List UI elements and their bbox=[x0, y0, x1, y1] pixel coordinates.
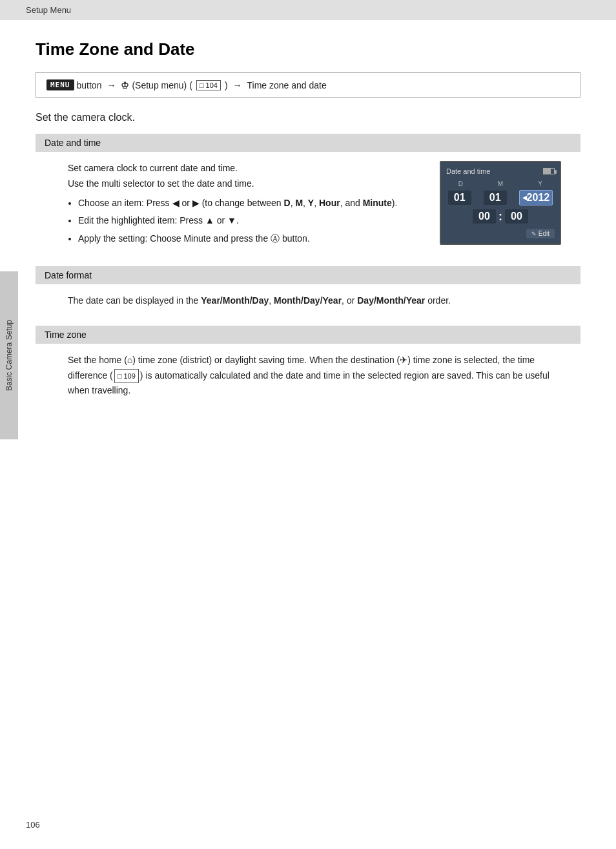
sidebar-label: Basic Camera Setup bbox=[5, 320, 14, 391]
date-format-body: The date can be displayed in the Year/Mo… bbox=[36, 284, 580, 320]
cmd-text2: (Setup menu) ( bbox=[132, 80, 192, 90]
dt-bullets: Choose an item: Press ◀ or ▶ (to change … bbox=[78, 196, 424, 247]
lcd-edit-label: Edit bbox=[539, 230, 549, 237]
dt-bullet2: Edit the highlighted item: Press ▲ or ▼. bbox=[78, 213, 424, 229]
lcd-y-arrow-left: ◀ bbox=[522, 194, 527, 201]
section-header-date-format: Date format bbox=[36, 266, 580, 284]
cmd-ref: □ 104 bbox=[196, 80, 221, 90]
command-box: MENU button → ♔ (Setup menu) ( □ 104 ) →… bbox=[36, 72, 580, 98]
cmd-setup-icon: ♔ bbox=[121, 80, 129, 90]
time-zone-text: Set the home (⌂) time zone (district) or… bbox=[68, 353, 561, 399]
section-header-label: Date format bbox=[45, 270, 92, 280]
lcd-battery bbox=[543, 168, 555, 174]
lcd-battery-fill bbox=[544, 169, 551, 174]
lcd-min-val: 00 bbox=[505, 209, 528, 224]
lcd-y-number: 2012 bbox=[527, 192, 550, 204]
section-header-label: Date and time bbox=[45, 138, 101, 148]
section-header-label: Time zone bbox=[45, 330, 87, 340]
lcd-y-val: ◀ 2012 bbox=[519, 190, 553, 205]
dt-bullet3: Apply the setting: Choose Minute and pre… bbox=[78, 231, 424, 247]
lcd-edit-icon: ✎ bbox=[531, 231, 537, 237]
cmd-arrow2: → bbox=[233, 80, 242, 90]
lcd-col-headers: D M Y bbox=[446, 180, 555, 187]
lcd-screen: Date and time D M Y 01 01 ◀ 2012 bbox=[440, 161, 561, 245]
lcd-edit-button[interactable]: ✎ Edit bbox=[526, 229, 555, 238]
lcd-title: Date and time bbox=[446, 167, 490, 175]
lcd-d-label: D bbox=[449, 180, 472, 187]
menu-key: MENU bbox=[46, 79, 74, 90]
date-time-section: Set camera clock to current date and tim… bbox=[36, 152, 580, 261]
lcd-hour-val: 00 bbox=[473, 209, 496, 224]
lcd-m-val: 01 bbox=[484, 191, 507, 205]
lcd-m-label: M bbox=[489, 180, 512, 187]
lcd-d-val: 01 bbox=[448, 191, 471, 205]
page-title: Time Zone and Date bbox=[36, 39, 580, 59]
section-header-time-zone: Time zone bbox=[36, 326, 580, 344]
cmd-text4: Time zone and date bbox=[247, 80, 327, 90]
lcd-date-vals: 01 01 ◀ 2012 bbox=[446, 190, 555, 205]
sidebar-tab: Basic Camera Setup bbox=[0, 271, 18, 439]
time-zone-body: Set the home (⌂) time zone (district) or… bbox=[36, 344, 580, 410]
top-bar: Setup Menu bbox=[0, 0, 616, 20]
dt-line2: Use the multi selector to set the date a… bbox=[68, 176, 424, 192]
dt-line1: Set camera clock to current date and tim… bbox=[68, 161, 424, 176]
cmd-arrow1: → bbox=[107, 80, 116, 90]
main-content: Time Zone and Date MENU button → ♔ (Setu… bbox=[0, 20, 616, 441]
page-subtitle: Set the camera clock. bbox=[36, 112, 580, 123]
date-time-text: Set camera clock to current date and tim… bbox=[68, 161, 424, 249]
lcd-colon: : bbox=[498, 210, 502, 224]
page-number: 106 bbox=[26, 820, 40, 830]
dt-bullet1: Choose an item: Press ◀ or ▶ (to change … bbox=[78, 196, 424, 211]
section-header-date-time: Date and time bbox=[36, 134, 580, 152]
cmd-text3: ) bbox=[225, 80, 228, 90]
date-format-text: The date can be displayed in the Year/Mo… bbox=[68, 293, 561, 309]
lcd-bottom-bar: ✎ Edit bbox=[446, 229, 555, 238]
lcd-top-bar: Date and time bbox=[446, 167, 555, 175]
lcd-time-row: 00 : 00 bbox=[446, 209, 555, 224]
lcd-y-label: Y bbox=[529, 180, 552, 187]
section-label: Setup Menu bbox=[26, 5, 71, 15]
cmd-text1: button bbox=[77, 80, 102, 90]
